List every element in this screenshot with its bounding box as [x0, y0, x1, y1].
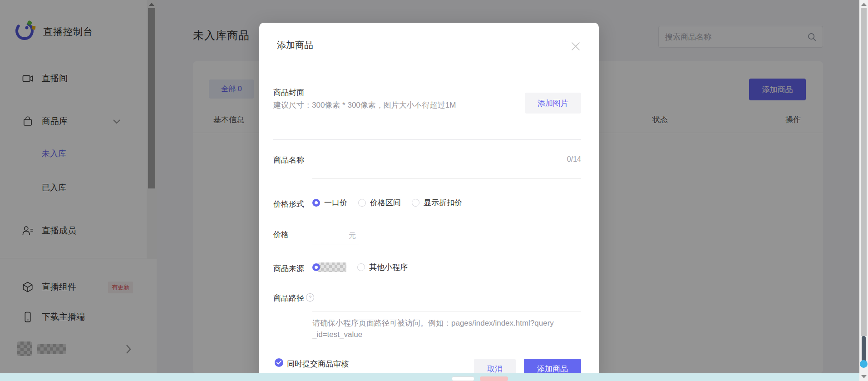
taskbar-partial-button-pink[interactable]: [480, 376, 508, 381]
add-image-button[interactable]: 添加图片: [525, 93, 581, 114]
scroll-cursor-dot: [860, 360, 868, 368]
submit-review-label[interactable]: 同时提交商品审核: [287, 359, 349, 369]
path-label: 商品路径: [273, 293, 304, 303]
product-name-input[interactable]: [312, 178, 581, 179]
cover-label: 商品封面: [273, 87, 304, 98]
page-scrollbar-thumb[interactable]: [861, 8, 867, 336]
section-divider: [273, 139, 581, 140]
char-counter: 0/14: [567, 155, 581, 163]
path-hint-line1: 请确保小程序页面路径可被访问。例如：pages/index/index.html…: [312, 318, 554, 328]
radio-option-discount-price[interactable]: 显示折扣价: [412, 198, 462, 208]
help-icon[interactable]: ?: [306, 293, 314, 302]
modal-title: 添加商品: [277, 39, 313, 51]
page-scroll-up-icon[interactable]: [861, 3, 867, 6]
radio-option-price-range[interactable]: 价格区间: [358, 198, 401, 208]
screen: 直播控制台 直播间 商品库 未入库 已入库 直播成员: [0, 0, 868, 381]
product-name-label: 商品名称: [273, 155, 304, 165]
radio-option-fixed-price[interactable]: 一口价: [312, 198, 347, 208]
radio-option-own-miniprogram[interactable]: [312, 262, 346, 272]
cover-hint: 建议尺寸：300像素 * 300像素，图片大小不得超过1M: [273, 100, 456, 110]
source-options: 其他小程序: [312, 262, 408, 272]
radio-option-other-miniprogram[interactable]: 其他小程序: [357, 262, 408, 272]
taskbar-strip: [0, 373, 859, 381]
radio-selected-icon[interactable]: [312, 263, 320, 271]
radio-icon[interactable]: [358, 199, 366, 207]
submit-review-checkbox[interactable]: [275, 358, 283, 367]
source-label: 商品来源: [273, 263, 304, 274]
check-icon: [276, 361, 281, 365]
price-input[interactable]: 元: [312, 228, 359, 244]
close-icon[interactable]: [570, 41, 581, 52]
price-type-options: 一口价 价格区间 显示折扣价: [312, 198, 462, 208]
radio-icon[interactable]: [357, 263, 365, 271]
radio-icon[interactable]: [412, 199, 419, 207]
radio-selected-icon[interactable]: [312, 199, 320, 207]
path-hint-line2: _id=test_value: [312, 330, 362, 339]
source-name-redacted: [318, 262, 346, 272]
price-unit: 元: [349, 231, 359, 241]
page-scroll-down-icon[interactable]: [861, 375, 867, 378]
path-input[interactable]: [312, 312, 581, 312]
price-label: 价格: [273, 229, 289, 240]
price-type-label: 价格形式: [273, 199, 304, 209]
taskbar-partial-button-white[interactable]: [452, 376, 474, 381]
add-product-modal: 添加商品 商品封面 建议尺寸：300像素 * 300像素，图片大小不得超过1M …: [259, 23, 599, 381]
